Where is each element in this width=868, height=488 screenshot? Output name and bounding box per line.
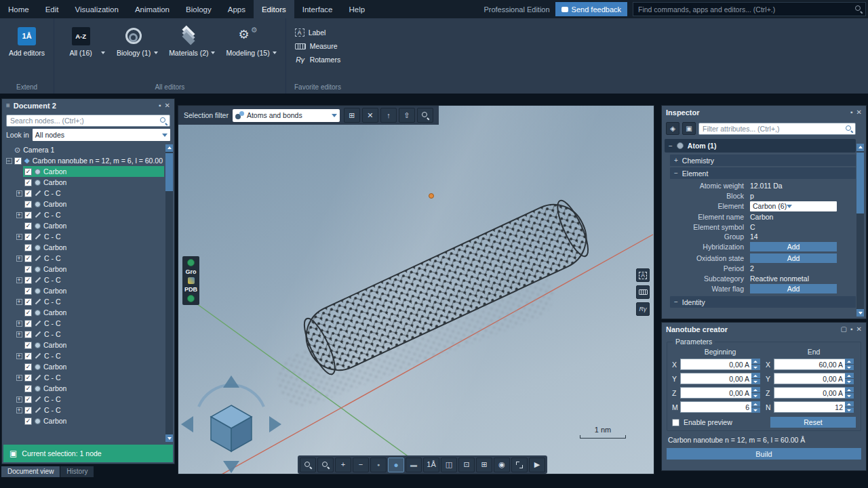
filter-attributes-input[interactable]	[698, 123, 856, 135]
spin-down-button[interactable]	[751, 379, 760, 384]
spin-up-button[interactable]	[845, 359, 854, 364]
chevron-down-icon[interactable]	[211, 52, 215, 54]
node-checkbox[interactable]: ✓	[24, 211, 32, 219]
parameter-input[interactable]: 60,00 A	[774, 359, 854, 370]
expand-selection-button[interactable]: ⇧	[399, 108, 415, 123]
spin-up-button[interactable]	[845, 387, 854, 392]
visibility-button[interactable]: ◉	[494, 458, 510, 472]
expand-icon[interactable]: +	[16, 212, 22, 218]
node-checkbox[interactable]: ✓	[24, 363, 32, 371]
property-value[interactable]: 12.011 Da	[750, 182, 856, 190]
spin-up-button[interactable]	[751, 401, 760, 407]
parameter-input[interactable]: 0,00 A	[774, 387, 854, 399]
tree-node[interactable]: + ✓ Carbon	[15, 285, 164, 296]
chevron-down-icon[interactable]	[154, 52, 158, 54]
play-button[interactable]: ▶	[529, 458, 545, 472]
expand-icon[interactable]: +	[16, 396, 22, 403]
node-checkbox[interactable]: ✓	[24, 342, 32, 349]
node-checkbox[interactable]: ✓	[24, 407, 32, 414]
favorite-measure-button[interactable]: Measure	[295, 39, 341, 53]
menubar-item[interactable]: Biology	[178, 0, 220, 18]
viewport-settings-button[interactable]: ⊡	[458, 458, 475, 472]
property-value[interactable]: 14	[750, 232, 856, 241]
search-nodes-input[interactable]	[6, 115, 170, 127]
node-checkbox[interactable]: ✓	[24, 168, 32, 176]
close-icon[interactable]: ✕	[856, 326, 862, 333]
node-checkbox[interactable]: ✓	[24, 287, 32, 295]
tree-node[interactable]: + ✓ Carbon	[15, 415, 164, 426]
clear-selection-button[interactable]: ✕	[362, 108, 378, 123]
quick-measure-button[interactable]	[636, 285, 650, 299]
property-value[interactable]: C	[750, 223, 856, 231]
expand-icon[interactable]: +	[674, 157, 678, 164]
spin-up-button[interactable]	[751, 387, 760, 392]
property-value[interactable]: Carbon	[750, 213, 856, 221]
nav-left-arrow[interactable]	[181, 416, 193, 432]
style-ball-and-stick-button[interactable]: ●	[388, 458, 404, 472]
quick-label-button[interactable]: A	[636, 268, 650, 282]
parameter-input[interactable]: 0,00 A	[680, 387, 760, 399]
nav-right-arrow[interactable]	[269, 416, 281, 432]
zoom-out-button[interactable]: −	[353, 458, 369, 472]
default-editor-button[interactable]: 1Å	[423, 458, 439, 472]
tree-node[interactable]: + ✓ C - C	[15, 394, 164, 405]
expand-icon[interactable]: +	[16, 299, 22, 305]
expand-icon[interactable]: +	[16, 375, 22, 381]
tree-node[interactable]: + ✓ Carbon	[15, 199, 164, 209]
chevron-down-icon[interactable]	[273, 52, 277, 54]
node-checkbox[interactable]: ✓	[24, 201, 32, 208]
expand-icon[interactable]: +	[16, 353, 22, 359]
gromacs-icon[interactable]	[187, 259, 195, 266]
new-viewport-button[interactable]: ⊞	[476, 458, 492, 472]
spin-down-button[interactable]	[845, 393, 854, 399]
zoom-on-selection-button[interactable]	[417, 108, 433, 123]
spin-up-button[interactable]	[751, 359, 760, 364]
reset-button[interactable]: Reset	[770, 417, 856, 428]
property-value[interactable]: Add	[750, 242, 837, 251]
tree-node[interactable]: + ✓ Carbon	[15, 177, 164, 188]
menubar-item[interactable]: Visualization	[67, 0, 127, 18]
tree-node[interactable]: + ✓ C - C	[15, 253, 164, 264]
export-icon[interactable]	[188, 277, 195, 284]
rotate-ring[interactable]	[199, 385, 264, 407]
tree-node-camera[interactable]: ⊙ Camera 1	[5, 144, 164, 155]
tree-node[interactable]: + ✓ C - C	[15, 405, 164, 415]
node-checkbox[interactable]: ✓	[24, 190, 32, 197]
spin-up-button[interactable]	[845, 401, 854, 407]
spin-down-button[interactable]	[845, 379, 854, 384]
menubar-item[interactable]: Help	[341, 0, 374, 18]
float-icon[interactable]: ▢	[841, 326, 847, 333]
tree-node[interactable]: + ✓ C - C	[15, 231, 164, 242]
tree-node[interactable]: + ✓ C - C	[15, 318, 164, 329]
node-checkbox[interactable]: ✓	[24, 179, 32, 186]
spin-down-button[interactable]	[845, 365, 854, 370]
section-element[interactable]: − Element	[670, 167, 856, 179]
command-search-input[interactable]	[633, 2, 866, 16]
menubar-item[interactable]: Editors	[254, 0, 294, 18]
tree-node-root[interactable]: − ✓ ◆ Carbon nanotube n = 12, m = 6, l =…	[5, 155, 164, 166]
tree-node[interactable]: + ✓ Carbon	[15, 166, 164, 177]
node-checkbox[interactable]: ✓	[24, 309, 32, 317]
highlighted-atom[interactable]	[429, 194, 434, 199]
collapse-icon[interactable]: −	[674, 169, 678, 177]
expand-icon[interactable]: +	[16, 277, 22, 283]
node-checkbox[interactable]: ✓	[24, 331, 32, 338]
select-parent-button[interactable]: ↑	[380, 108, 397, 123]
editors-all-button[interactable]: A-Z All (16)	[63, 26, 105, 57]
tree-node[interactable]: + ✓ Carbon	[15, 361, 164, 372]
editors-biology-button[interactable]: Biology (1)	[116, 26, 158, 57]
selection-filter-dropdown[interactable]: Atoms and bonds	[233, 109, 340, 122]
expand-icon[interactable]: +	[16, 331, 22, 338]
build-button[interactable]: Build	[667, 448, 861, 460]
tree-node[interactable]: + ✓ C - C	[15, 296, 164, 307]
node-checkbox[interactable]: ✓	[24, 320, 32, 327]
node-checkbox[interactable]: ✓	[24, 277, 32, 284]
node-checkbox[interactable]: ✓	[24, 396, 32, 403]
inspector-scrollbar[interactable]	[856, 144, 864, 317]
screenshot-button[interactable]: ◫	[441, 458, 457, 472]
tree-node[interactable]: + ✓ Carbon	[15, 307, 164, 318]
menubar-item[interactable]: Apps	[220, 0, 254, 18]
parameter-input[interactable]: 0,00 A	[680, 373, 760, 384]
favorite-label-button[interactable]: A Label	[295, 26, 341, 39]
spin-down-button[interactable]	[751, 393, 760, 399]
